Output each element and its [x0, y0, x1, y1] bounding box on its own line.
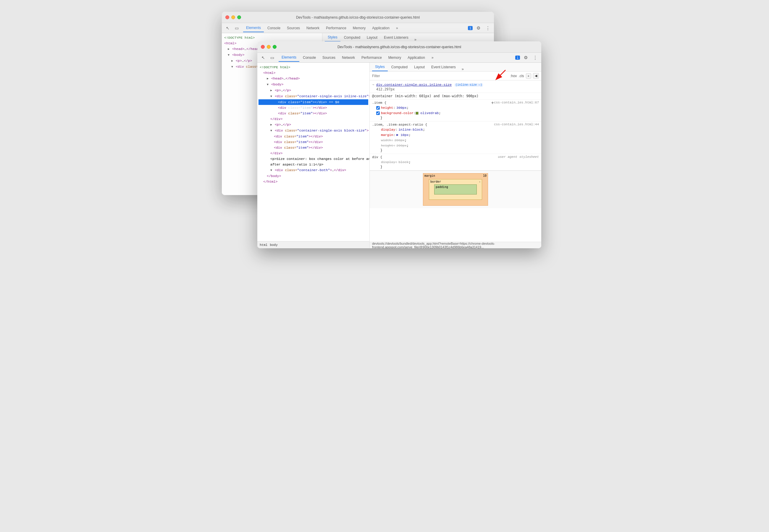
dom-line[interactable]: </html> [258, 179, 368, 184]
rule-selector-item: css-contain…ies.html:67 .item { + [372, 101, 539, 105]
dom-line[interactable]: </div> [258, 150, 368, 156]
dom-line[interactable]: after aspect-ratio 1:1</p> [258, 162, 368, 167]
dom-line[interactable]: </div> [258, 116, 368, 122]
add-style-btn-front[interactable]: + [526, 73, 531, 79]
dom-line[interactable]: <!DOCTYPE html> [223, 35, 321, 40]
scroll-back-btn-front[interactable]: ◀ [533, 73, 539, 79]
prop-width-name: width [381, 138, 391, 143]
badge-front: 1 [515, 56, 520, 60]
tab-sources-front[interactable]: Sources [319, 53, 338, 62]
rule-source-item: css-contain…ies.html:67 [494, 101, 539, 104]
tab-memory-front[interactable]: Memory [386, 53, 404, 62]
filter-input-front[interactable] [372, 74, 489, 78]
prop-bgcolor-name: background-color [381, 111, 414, 116]
dom-line[interactable]: ▼ <div class="container-single-axis bloc… [258, 128, 368, 134]
tab-application-front[interactable]: Application [405, 53, 428, 62]
dom-line[interactable]: ► <p>…</p> [258, 87, 368, 93]
box-padding-label: padding [434, 184, 477, 194]
selector-link-1[interactable]: div.container-single-axis.inline-size [376, 83, 452, 87]
breadcrumb-body[interactable]: body [270, 243, 277, 247]
svg-line-1 [497, 70, 506, 79]
tab-performance-back[interactable]: Performance [323, 24, 349, 32]
dom-line[interactable]: </body> [258, 173, 368, 179]
breadcrumb-html[interactable]: html [260, 243, 267, 247]
menu-icon-back[interactable]: ⋮ [484, 24, 492, 32]
minimize-button-front[interactable] [267, 45, 271, 49]
prop-height2-strikethrough: height : 200px ; [376, 143, 539, 148]
settings-icon-front[interactable]: ⚙ [522, 54, 530, 61]
prop-height-value: 300px [396, 105, 407, 111]
cursor-icon[interactable]: ↖ [224, 25, 231, 32]
color-swatch-olivedrab[interactable] [416, 112, 419, 115]
rule-close-brace3: } [376, 165, 539, 169]
cursor-icon-front[interactable]: ↖ [260, 54, 267, 61]
dom-line[interactable]: <html> [258, 70, 368, 76]
tool-icons-back: ↖ ▭ [224, 25, 240, 32]
style-tab-layout-front[interactable]: Layout [411, 63, 428, 71]
styles-more-front[interactable]: » [461, 67, 465, 71]
style-tab-styles-front[interactable]: Styles [372, 63, 388, 71]
close-button-back[interactable] [225, 15, 229, 19]
device-icon[interactable]: ▭ [233, 25, 240, 32]
dom-line-selected[interactable]: <div class="item"></div> == $0 [258, 99, 368, 105]
style-tab-styles-back[interactable]: Styles [325, 33, 340, 42]
dom-line[interactable]: <div class="item"></div> [258, 134, 368, 139]
dom-line[interactable]: <div class="item"></div> [258, 145, 368, 150]
status-bar-text: devtools://devtools/bundled/devtools_app… [372, 242, 539, 249]
tab-network-front[interactable]: Network [339, 53, 358, 62]
dom-line[interactable]: ► <head>…</head> [258, 76, 368, 82]
hov-label-front: :hov [510, 74, 517, 78]
style-tab-computed-front[interactable]: Computed [389, 63, 411, 71]
style-tab-event-listeners-front[interactable]: Event Listeners [428, 63, 459, 71]
tab-console-front[interactable]: Console [300, 53, 319, 62]
settings-icon-back[interactable]: ⚙ [475, 24, 482, 32]
close-button-front[interactable] [261, 45, 265, 49]
tab-elements-back[interactable]: Elements [243, 24, 264, 32]
dom-line[interactable]: <div class="item"></div> [258, 139, 368, 145]
device-icon-front[interactable]: ▭ [268, 54, 276, 61]
menu-icon-front[interactable]: ⋮ [531, 54, 539, 61]
minimize-button-back[interactable] [231, 15, 235, 19]
tab-memory-back[interactable]: Memory [350, 24, 368, 32]
container-query-text: @container (min-width: 601px) and (max-w… [372, 94, 539, 98]
main-content-front: <!DOCTYPE html> <html> ► <head>…</head> … [257, 63, 541, 248]
maximize-button-front[interactable] [273, 45, 276, 49]
prop-height-checkbox[interactable] [376, 106, 380, 110]
tab-performance-front[interactable]: Performance [358, 53, 385, 62]
style-rule-item-aspect: css-contain…ies.html:44 .item, .item-asp… [370, 121, 541, 154]
dom-line[interactable]: <div class="item"></div> [258, 105, 368, 111]
dom-breadcrumb-front: html body [257, 241, 369, 248]
prop-display-ua-strikethrough: display : block ; [376, 160, 539, 165]
dom-line[interactable]: <!DOCTYPE html> [258, 64, 368, 70]
dom-line[interactable]: <div class="item"></div> [258, 111, 368, 116]
style-tab-layout-back[interactable]: Layout [364, 33, 380, 42]
style-tab-computed-back[interactable]: Computed [341, 33, 363, 42]
dom-line[interactable]: ▼ <div class="container-both">…</div> [258, 167, 368, 173]
prop-display-ua-value: block [399, 160, 409, 165]
rule-selector-1: → div.container-single-axis.inline-size … [372, 83, 539, 87]
tab-console-back[interactable]: Console [264, 24, 283, 32]
dom-line[interactable]: ▼ <body> [258, 82, 368, 87]
tab-sources-back[interactable]: Sources [284, 24, 303, 32]
prop-bgcolor-checkbox[interactable] [376, 111, 380, 115]
tab-elements-front[interactable]: Elements [278, 53, 299, 62]
styles-panel-front: Styles Computed Layout Event Listeners » [370, 63, 541, 248]
tab-network-back[interactable]: Network [303, 24, 322, 32]
tab-more-front[interactable]: » [429, 53, 437, 62]
styles-more-back[interactable]: » [413, 37, 418, 42]
rule-source-item-aspect: css-contain…ies.html:44 [494, 123, 539, 126]
add-property-btn[interactable]: + [491, 101, 494, 106]
rule-body-item: height : 300px ; background-color : [372, 105, 539, 120]
prop-display-ua-name: display [381, 160, 395, 165]
styles-tabs-back: Styles Computed Layout Event Listeners » [322, 33, 494, 42]
prop-height: height : 300px ; [376, 105, 491, 111]
style-tab-event-listeners-back[interactable]: Event Listeners [381, 33, 412, 42]
tab-application-back[interactable]: Application [369, 24, 393, 32]
filter-bar-front: :hov .cls + ◀ [370, 72, 541, 80]
prop-margin-name: margin [381, 132, 393, 138]
tab-more-back[interactable]: » [393, 24, 401, 32]
dom-line[interactable]: ▼ <div class="container-single-axis inli… [258, 93, 368, 99]
maximize-button-back[interactable] [237, 15, 241, 19]
dom-line[interactable]: ► <p>…</p> [258, 122, 368, 128]
dom-line[interactable]: <p>Size container: box changes color at … [258, 156, 368, 162]
